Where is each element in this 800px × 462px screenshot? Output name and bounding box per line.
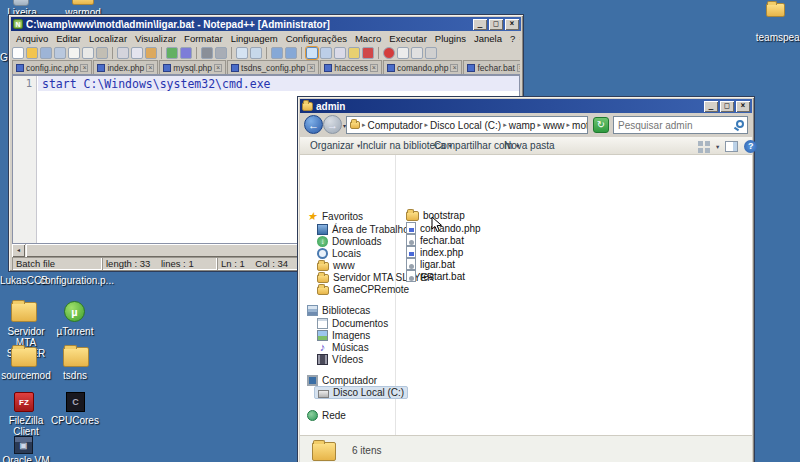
tab-mysql-php[interactable]: mysql.php× — [159, 60, 226, 74]
sidebar-bibliotecas[interactable]: Bibliotecas — [307, 305, 370, 316]
maximize-icon[interactable]: □ — [720, 101, 734, 112]
code-line-1[interactable]: start C:\Windows\system32\cmd.exe — [38, 76, 519, 91]
zoom-out-icon[interactable] — [250, 47, 262, 59]
notepad-titlebar[interactable]: N C:\wamp\www\motd\admin\ligar.bat - Not… — [11, 17, 521, 31]
replace-icon[interactable] — [215, 47, 227, 59]
sidebar-www[interactable]: www — [317, 260, 355, 271]
close-all-docs-icon[interactable] — [82, 47, 94, 59]
crumb-separator-icon[interactable]: ▸ — [425, 121, 429, 129]
redo-icon[interactable] — [180, 47, 192, 59]
sidebar-favoritos[interactable]: ★Favoritos — [307, 211, 363, 222]
recycle-bin-icon[interactable] — [13, 0, 29, 6]
utorrent-icon[interactable]: µ — [64, 301, 85, 322]
file-comando-php[interactable]: comando.php — [406, 222, 481, 234]
crumb-motd[interactable]: motd — [572, 120, 588, 131]
desktop-icon-oracle-vm[interactable]: Oracle VM — [0, 455, 54, 462]
folder-icon[interactable] — [11, 347, 37, 367]
refresh-icon[interactable]: ↻ — [593, 117, 609, 133]
desktop-icon-teamspeak[interactable]: teamspeak3 — [753, 32, 800, 43]
sidebar-area-de-trabalho[interactable]: Área de Trabalho — [317, 224, 409, 235]
tab-htaccess[interactable]: htaccess× — [320, 60, 382, 74]
crumb-separator-icon[interactable]: ▸ — [503, 121, 507, 129]
crumb-separator-icon[interactable]: ▸ — [567, 121, 571, 129]
desktop-icon-lukasccb[interactable]: LukasCCB — [0, 275, 44, 286]
sidebar-documentos[interactable]: Documentos — [317, 318, 388, 329]
record-macro-icon[interactable] — [383, 47, 395, 59]
sidebar-locais[interactable]: Locais — [317, 248, 361, 259]
crumb-computador[interactable]: Computador — [368, 120, 423, 131]
tab-fechar-bat[interactable]: fechar.bat× — [463, 60, 520, 74]
close-document-icon[interactable]: × — [519, 34, 520, 43]
print-icon[interactable] — [96, 47, 108, 59]
folder-icon[interactable] — [766, 3, 785, 17]
file-restart-bat[interactable]: restart.bat — [406, 270, 465, 282]
tab-config-inc-php[interactable]: config.inc.php× — [12, 60, 92, 74]
oracle-vm-icon[interactable]: ▣ — [14, 436, 33, 454]
copy-icon[interactable] — [131, 47, 143, 59]
close-doc-icon[interactable] — [68, 47, 80, 59]
menu-visualizar[interactable]: Visualizar — [131, 33, 180, 44]
search-input[interactable] — [614, 117, 747, 133]
sync-horizontal-icon[interactable] — [285, 47, 297, 59]
play-macro-icon[interactable] — [411, 47, 423, 59]
organize-button[interactable]: Organizar▾ — [310, 140, 360, 151]
paste-icon[interactable] — [145, 47, 157, 59]
close-tab-icon[interactable]: × — [370, 64, 378, 72]
new-file-icon[interactable] — [12, 47, 24, 59]
sync-vertical-icon[interactable] — [271, 47, 283, 59]
close-tab-icon[interactable]: × — [214, 64, 222, 72]
menu-macro[interactable]: Macro — [351, 33, 385, 44]
menu-linguagem[interactable]: Linguagem — [227, 33, 282, 44]
close-tab-icon[interactable]: × — [80, 64, 88, 72]
menu-arquivo[interactable]: Arquivo — [12, 33, 52, 44]
crumb-disco-local[interactable]: Disco Local (C:) — [430, 120, 501, 131]
new-folder-button[interactable]: Nova pasta — [504, 140, 555, 151]
forward-icon[interactable]: → — [323, 115, 342, 134]
menu-formatar[interactable]: Formatar — [180, 33, 227, 44]
menu-localizar[interactable]: Localizar — [85, 33, 131, 44]
crumb-separator-icon[interactable]: ▸ — [537, 121, 541, 129]
indent-guide-icon[interactable] — [334, 47, 346, 59]
crumb-www[interactable]: www — [543, 120, 565, 131]
search-icon[interactable] — [736, 120, 744, 128]
tab-index-php[interactable]: index.php× — [93, 60, 158, 74]
back-icon[interactable]: ← — [304, 115, 323, 134]
close-tab-icon[interactable]: × — [450, 64, 458, 72]
cpucores-icon[interactable]: C — [66, 392, 85, 412]
doc-map-icon[interactable] — [348, 47, 360, 59]
minimize-icon[interactable]: _ — [704, 101, 718, 112]
folder-icon[interactable] — [72, 0, 94, 5]
maximize-icon[interactable]: □ — [489, 19, 503, 30]
crumb-wamp[interactable]: wamp — [509, 120, 536, 131]
close-tab-icon[interactable]: × — [307, 64, 315, 72]
folder-icon[interactable] — [63, 347, 89, 367]
help-icon[interactable]: ? — [744, 140, 757, 153]
search-box[interactable] — [613, 116, 748, 134]
file-fechar-bat[interactable]: fechar.bat — [406, 234, 464, 246]
sidebar-computador[interactable]: Computador — [307, 375, 377, 386]
close-tab-icon[interactable]: × — [517, 64, 520, 72]
tab-tsdns-config-php[interactable]: tsdns_config.php× — [227, 60, 319, 74]
sidebar-disco-local-c[interactable]: Disco Local (C:) — [314, 386, 408, 399]
run-macro-multiple-icon[interactable] — [425, 47, 437, 59]
word-wrap-icon[interactable] — [306, 47, 318, 59]
menu-editar[interactable]: Editar — [52, 33, 85, 44]
sidebar-gamecpremote[interactable]: GameCPRemote — [317, 284, 409, 295]
sidebar-rede[interactable]: Rede — [307, 410, 346, 421]
open-file-icon[interactable] — [26, 47, 38, 59]
desktop-icon-sourcemod[interactable]: sourcemod — [0, 370, 54, 381]
menu-configuracoes[interactable]: Configurações — [282, 33, 351, 44]
close-tab-icon[interactable]: × — [146, 64, 154, 72]
save-all-icon[interactable] — [54, 47, 66, 59]
folder-icon[interactable] — [11, 302, 37, 322]
sidebar-videos[interactable]: Vídeos — [317, 354, 363, 365]
tab-comando-php[interactable]: comando.php× — [383, 60, 463, 74]
menu-janela[interactable]: Janela — [470, 33, 506, 44]
file-ligar-bat[interactable]: ligar.bat — [406, 258, 455, 270]
find-icon[interactable] — [201, 47, 213, 59]
show-all-chars-icon[interactable] — [320, 47, 332, 59]
breadcrumb[interactable]: ▸ Computador ▸ Disco Local (C:) ▸ wamp ▸… — [346, 116, 588, 134]
view-dropdown-icon[interactable]: ▾ — [716, 143, 719, 151]
desktop-icon-utorrent[interactable]: µTorrent — [48, 326, 102, 337]
save-icon[interactable] — [40, 47, 52, 59]
